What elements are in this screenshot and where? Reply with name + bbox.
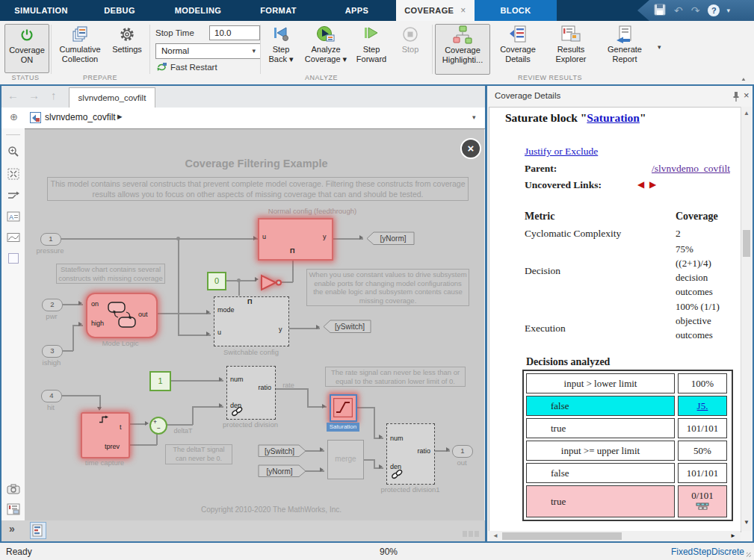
library-link-icon	[231, 406, 244, 418]
expand-palette-icon[interactable]: »	[9, 523, 15, 535]
fit-to-view-icon[interactable]	[7, 167, 20, 181]
scrollbar-thumb[interactable]	[743, 230, 750, 257]
tab-apps[interactable]: APPS	[318, 0, 396, 21]
cumulative-collection-button[interactable]: Cumulative Collection	[55, 24, 105, 64]
next-uncovered-icon[interactable]: ▶	[649, 179, 656, 190]
fast-restart-label[interactable]: Fast Restart	[170, 63, 217, 72]
breadcrumb-dropdown-icon[interactable]: ▾	[472, 113, 476, 121]
justify-or-exclude-link[interactable]: Justify or Exclude	[525, 146, 598, 158]
goto-tag-yswitch[interactable]: [ySwitch]	[323, 320, 372, 334]
justification-link[interactable]: J5.	[697, 400, 708, 412]
inport-1[interactable]: 1	[40, 233, 61, 246]
from-ynorm-label: [yNorm]	[267, 467, 293, 476]
coverage-on-button[interactable]: Coverage ON	[4, 24, 49, 73]
time-capture-block[interactable]: t tprev	[81, 412, 130, 458]
inport-3[interactable]: 3	[42, 345, 63, 358]
protected-division-block[interactable]: num den ratio	[226, 366, 276, 420]
protected-division1-block[interactable]: num den ratio	[386, 423, 435, 485]
scroll-right-icon[interactable]: ►	[730, 533, 736, 539]
wire	[307, 388, 309, 407]
prev-uncovered-icon[interactable]: ◀	[637, 179, 644, 190]
document-tab[interactable]: slvnvdemo_covfilt	[69, 87, 155, 108]
panel-horizontal-scrollbar[interactable]: ◄ ►	[489, 531, 741, 541]
quick-access-caret-icon[interactable]: ▾	[726, 7, 730, 14]
close-highlight-icon[interactable]: ×	[460, 138, 481, 159]
from-tag-ynorm[interactable]: [yNorm]	[258, 464, 307, 478]
stop-button[interactable]: Stop	[394, 24, 427, 55]
area-tool-icon[interactable]	[7, 252, 20, 265]
signal-routing-icon[interactable]	[7, 189, 20, 202]
analyze-coverage-button[interactable]: Analyze Coverage ▾	[302, 24, 350, 64]
tab-debug[interactable]: DEBUG	[82, 0, 157, 21]
pin-icon[interactable]	[732, 91, 740, 104]
generate-report-button[interactable]: Generate Report	[599, 24, 651, 64]
not-operator-block[interactable]	[259, 273, 283, 293]
model-canvas[interactable]: Coverage Filtering Example This model co…	[25, 128, 484, 521]
scroll-up-icon[interactable]: ▲	[744, 111, 750, 116]
wire	[282, 281, 293, 283]
breadcrumb-arrow-icon[interactable]: ▶	[117, 113, 123, 120]
switchable-config-block[interactable]: Π mode u y	[214, 296, 289, 346]
sum-block[interactable]: + −	[149, 417, 167, 435]
inport-4[interactable]: 4	[41, 390, 62, 402]
panel-close-icon[interactable]: ×	[744, 90, 750, 101]
saturation-block[interactable]	[330, 394, 357, 422]
results-explorer-button[interactable]: Results Explorer	[546, 24, 596, 64]
parent-link[interactable]: /slvnvdemo_covfilt	[587, 163, 730, 175]
mode-logic-block[interactable]: on high out	[86, 293, 158, 338]
deltat-note: The deltaT signal can never be 0.	[165, 444, 232, 464]
review-results-caret-icon[interactable]: ▾	[658, 43, 661, 51]
inport-2[interactable]: 2	[42, 299, 63, 311]
nav-back-icon[interactable]: ←	[7, 89, 19, 102]
saturation-link[interactable]: Saturation	[587, 111, 640, 124]
screenshot-tool-icon[interactable]	[7, 482, 20, 496]
outport-1[interactable]: 1	[452, 445, 473, 458]
sim-mode-caret-icon: ▾	[252, 44, 256, 58]
undo-icon[interactable]: ↶	[674, 5, 683, 16]
metric-value: 2	[676, 228, 681, 240]
panel-vertical-scrollbar[interactable]: ▲ ▼	[741, 107, 752, 531]
tab-block[interactable]: BLOCK	[475, 0, 557, 21]
scroll-down-icon[interactable]: ▼	[744, 520, 750, 526]
step-back-button[interactable]: Step Back ▾	[262, 24, 300, 64]
zoom-tool-icon[interactable]	[7, 145, 20, 158]
scrollbar-thumb[interactable]	[502, 532, 622, 540]
solver-link[interactable]: FixedStepDiscrete	[643, 547, 744, 557]
ribbon-collapse-icon[interactable]: ▲	[741, 76, 747, 81]
stop-time-input[interactable]: 10.0	[209, 25, 260, 40]
add-justification-icon[interactable]	[696, 502, 709, 514]
explorer-toggle-icon[interactable]: ⊕	[10, 111, 18, 122]
tab-format[interactable]: FORMAT	[239, 0, 318, 21]
nav-up-icon[interactable]: ↑	[51, 89, 57, 102]
stop-label: Stop	[402, 45, 419, 55]
coverage-report-toggle-icon[interactable]	[30, 522, 46, 539]
sim-mode-select[interactable]: Normal ▾	[155, 43, 261, 59]
image-tool-icon[interactable]	[7, 231, 20, 244]
annotation-tool-icon[interactable]: A	[7, 210, 20, 223]
model-badge-icon	[30, 112, 41, 125]
constant-one-block[interactable]: 1	[149, 371, 171, 391]
constant-zero-block[interactable]: 0	[207, 272, 226, 290]
panel-splitter[interactable]	[485, 86, 487, 541]
viewer-tool-icon[interactable]	[7, 503, 20, 516]
scroll-left-icon[interactable]: ◄	[492, 533, 498, 539]
tab-coverage[interactable]: COVERAGE×	[396, 0, 475, 21]
coverage-details-button[interactable]: Coverage Details	[493, 24, 543, 64]
breadcrumb-model[interactable]: slvnvdemo_covfilt	[45, 112, 116, 122]
settings-button[interactable]: Settings	[108, 24, 146, 55]
resize-grip[interactable]	[747, 553, 751, 557]
tab-simulation[interactable]: SIMULATION	[0, 0, 82, 21]
save-icon[interactable]	[654, 4, 666, 17]
goto-tag-ynorm[interactable]: [yNorm]	[366, 231, 415, 246]
coverage-highlighting-button[interactable]: Coverage Highlighti...	[435, 24, 490, 75]
merge-block[interactable]: merge	[327, 440, 364, 479]
wire-arrow	[320, 447, 324, 452]
nav-forward-icon[interactable]: →	[28, 89, 40, 102]
normal-config-block[interactable]: u y Π	[258, 218, 333, 261]
tab-close-icon[interactable]: ×	[460, 5, 466, 16]
step-forward-button[interactable]: Step Forward	[351, 24, 392, 64]
redo-icon[interactable]: ↷	[691, 5, 700, 16]
tab-modeling[interactable]: MODELING	[157, 0, 239, 21]
help-icon[interactable]: ?	[708, 4, 720, 16]
from-tag-yswitch[interactable]: [ySwitch]	[258, 444, 307, 458]
